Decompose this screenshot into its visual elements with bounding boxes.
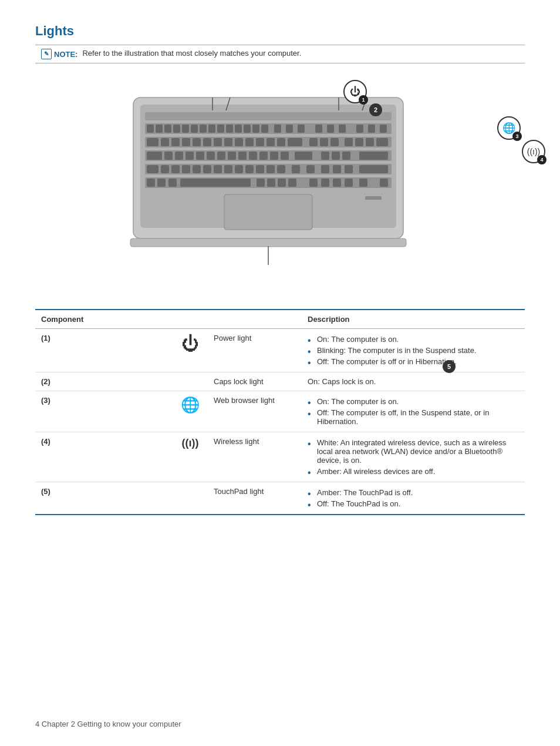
svg-rect-14 xyxy=(200,125,207,133)
svg-rect-56 xyxy=(196,152,204,160)
page-title: Lights xyxy=(35,23,525,39)
svg-rect-58 xyxy=(217,152,225,160)
svg-rect-73 xyxy=(182,165,190,173)
note-box: ✎ NOTE: Refer to the illustration that m… xyxy=(35,45,525,63)
svg-rect-59 xyxy=(228,152,236,160)
col-component: Component xyxy=(35,310,302,329)
callout-3-icon: 🌐 3 xyxy=(497,116,521,140)
svg-rect-9 xyxy=(156,125,163,133)
svg-rect-80 xyxy=(256,165,264,173)
comp-desc-5: Amber: The TouchPad is off. Off: The Tou… xyxy=(302,482,525,515)
svg-rect-81 xyxy=(266,165,275,173)
svg-rect-102 xyxy=(380,179,388,187)
svg-rect-91 xyxy=(168,179,177,187)
comp-num-2: (2) xyxy=(35,372,173,391)
svg-rect-24 xyxy=(298,125,305,133)
svg-rect-35 xyxy=(193,138,201,146)
comp-icon-2 xyxy=(173,372,208,391)
svg-rect-79 xyxy=(245,165,254,173)
note-label: ✎ NOTE: xyxy=(41,49,77,59)
svg-rect-93 xyxy=(257,179,265,187)
table-row: (2) Caps lock light On: Caps lock is on. xyxy=(35,372,525,391)
svg-rect-23 xyxy=(286,125,293,133)
svg-rect-53 xyxy=(164,152,173,160)
svg-rect-65 xyxy=(295,152,312,160)
svg-rect-99 xyxy=(333,179,341,187)
svg-rect-44 xyxy=(288,138,302,146)
svg-rect-8 xyxy=(147,125,154,133)
component-table: Component Description (1) ⏻ Power light … xyxy=(35,309,525,515)
svg-rect-104 xyxy=(365,196,382,200)
svg-rect-62 xyxy=(259,152,268,160)
svg-rect-19 xyxy=(244,125,251,133)
svg-rect-55 xyxy=(185,152,194,160)
svg-rect-76 xyxy=(214,165,222,173)
svg-rect-103 xyxy=(224,194,312,230)
svg-rect-101 xyxy=(359,179,367,187)
callout-1-icon: ⏻ 1 xyxy=(343,80,367,103)
svg-rect-105 xyxy=(130,238,406,247)
svg-rect-84 xyxy=(306,165,315,173)
svg-rect-12 xyxy=(182,125,189,133)
svg-rect-97 xyxy=(309,179,318,187)
svg-rect-90 xyxy=(157,179,166,187)
table-row: (3) 🌐 Web browser light On: The computer… xyxy=(35,391,525,432)
note-icon: ✎ xyxy=(41,49,52,59)
svg-rect-61 xyxy=(249,152,257,160)
comp-icon-5 xyxy=(173,482,208,515)
svg-rect-54 xyxy=(175,152,183,160)
comp-icon-4: ((ı)) xyxy=(173,432,208,482)
svg-rect-100 xyxy=(345,179,353,187)
callout-3: 🌐 3 xyxy=(309,116,560,140)
svg-rect-20 xyxy=(252,125,259,133)
svg-rect-52 xyxy=(147,152,162,160)
callout-4-icon: ((ı)) 4 xyxy=(522,140,545,163)
callout-2: 2 xyxy=(176,103,560,116)
comp-icon-1: ⏻ xyxy=(173,329,208,372)
svg-rect-36 xyxy=(203,138,211,146)
svg-rect-78 xyxy=(235,165,243,173)
comp-desc-4: White: An integrated wireless device, su… xyxy=(302,432,525,482)
comp-desc-3: On: The computer is on. Off: The compute… xyxy=(302,391,525,432)
svg-rect-75 xyxy=(203,165,211,173)
svg-rect-37 xyxy=(214,138,222,146)
svg-rect-15 xyxy=(208,125,215,133)
svg-rect-74 xyxy=(193,165,201,173)
comp-desc-1: On: The computer is on. Blinking: The co… xyxy=(302,329,525,372)
svg-rect-94 xyxy=(267,179,275,187)
svg-rect-66 xyxy=(321,152,329,160)
svg-rect-89 xyxy=(147,179,155,187)
svg-rect-86 xyxy=(333,165,341,173)
svg-rect-64 xyxy=(281,152,289,160)
callout-4: ((ı)) 4 xyxy=(334,140,560,163)
svg-rect-32 xyxy=(161,138,169,146)
comp-num-1: (1) xyxy=(35,329,173,372)
svg-rect-33 xyxy=(171,138,180,146)
svg-rect-71 xyxy=(161,165,169,173)
svg-rect-39 xyxy=(235,138,243,146)
svg-rect-41 xyxy=(256,138,264,146)
comp-num-4: (4) xyxy=(35,432,173,482)
svg-rect-72 xyxy=(171,165,180,173)
svg-rect-10 xyxy=(164,125,171,133)
svg-rect-96 xyxy=(288,179,296,187)
table-row: (4) ((ı)) Wireless light White: An integ… xyxy=(35,432,525,482)
page-footer: 4 Chapter 2 Getting to know your compute… xyxy=(35,720,181,728)
svg-rect-31 xyxy=(147,138,158,146)
svg-rect-82 xyxy=(277,165,285,173)
svg-rect-60 xyxy=(238,152,247,160)
svg-rect-43 xyxy=(277,138,285,146)
comp-num-5: (5) xyxy=(35,482,173,515)
callout-2-num: 2 xyxy=(369,103,382,116)
table-row: (5) TouchPad light Amber: The TouchPad i… xyxy=(35,482,525,515)
svg-rect-63 xyxy=(270,152,278,160)
svg-rect-21 xyxy=(261,125,268,133)
svg-rect-83 xyxy=(292,165,300,173)
comp-name-3: Web browser light xyxy=(208,391,302,432)
svg-rect-16 xyxy=(217,125,224,133)
comp-icon-3: 🌐 xyxy=(173,391,208,432)
svg-rect-34 xyxy=(182,138,190,146)
svg-rect-98 xyxy=(321,179,329,187)
svg-rect-13 xyxy=(191,125,198,133)
note-text: Refer to the illustration that most clos… xyxy=(82,49,301,58)
